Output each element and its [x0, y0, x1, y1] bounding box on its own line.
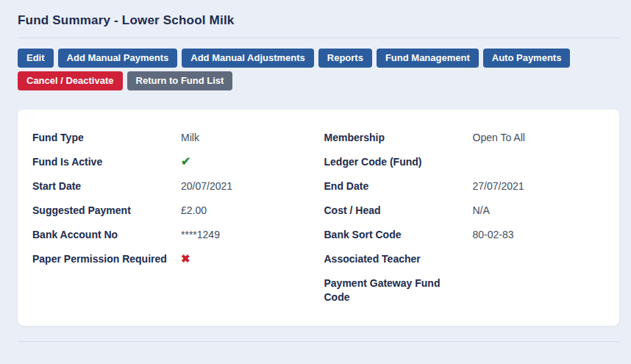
- add-manual-adjustments-button[interactable]: Add Manual Adjustments: [182, 49, 314, 68]
- field-label: Cost / Head: [324, 204, 473, 218]
- fund-summary-page: Fund Summary - Lower School Milk EditAdd…: [0, 0, 631, 342]
- return-to-fund-list-button[interactable]: Return to Fund List: [127, 71, 233, 90]
- field-label: Membership: [324, 131, 473, 145]
- field-label: Paper Permission Required: [32, 252, 181, 266]
- field-value: Open To All: [473, 131, 525, 145]
- fields-right: MembershipOpen To AllLedger Code (Fund)E…: [313, 126, 605, 310]
- field-row-cost-head: Cost / HeadN/A: [324, 199, 605, 223]
- field-label: Bank Account No: [32, 228, 181, 242]
- add-manual-payments-button[interactable]: Add Manual Payments: [58, 49, 178, 68]
- check-icon: ✔: [181, 155, 190, 168]
- field-value: 20/07/2021: [181, 179, 232, 193]
- field-value: N/A: [473, 204, 490, 218]
- field-value: 27/07/2021: [473, 179, 524, 193]
- field-label: Payment Gateway Fund Code: [324, 276, 473, 304]
- field-label: Fund Is Active: [32, 155, 181, 169]
- field-row-associated-teacher: Associated Teacher: [324, 247, 605, 271]
- fields-left: Fund TypeMilkFund Is Active✔Start Date20…: [32, 126, 313, 271]
- page-title: Fund Summary - Lower School Milk: [18, 13, 619, 28]
- field-row-fund-type: Fund TypeMilk: [32, 126, 313, 150]
- field-row-bank-sort-code: Bank Sort Code80-02-83: [324, 223, 605, 247]
- field-row-payment-gateway-fund-code: Payment Gateway Fund Code: [324, 271, 605, 310]
- field-row-start-date: Start Date20/07/2021: [32, 174, 313, 199]
- field-row-suggested-payment: Suggested Payment£2.00: [32, 199, 313, 223]
- footer-divider: [18, 341, 619, 342]
- field-label: Associated Teacher: [324, 252, 473, 266]
- edit-button[interactable]: Edit: [18, 49, 54, 68]
- field-row-ledger-code-fund: Ledger Code (Fund): [324, 150, 605, 174]
- toolbar: EditAdd Manual PaymentsAdd Manual Adjust…: [18, 49, 606, 90]
- field-row-paper-permission-required: Paper Permission Required✖: [32, 247, 313, 271]
- field-label: Start Date: [32, 179, 181, 193]
- field-value: ****1249: [181, 228, 220, 242]
- reports-button[interactable]: Reports: [318, 49, 372, 68]
- cancel-deactivate-button[interactable]: Cancel / Deactivate: [18, 71, 123, 90]
- field-row-fund-is-active: Fund Is Active✔: [32, 150, 313, 174]
- field-row-end-date: End Date27/07/2021: [324, 174, 605, 199]
- fund-management-button[interactable]: Fund Management: [377, 49, 479, 68]
- field-row-bank-account-no: Bank Account No****1249: [32, 223, 313, 247]
- title-divider: [18, 38, 619, 38]
- field-label: End Date: [324, 179, 473, 193]
- field-row-membership: MembershipOpen To All: [324, 126, 605, 150]
- field-value: 80-02-83: [473, 228, 514, 242]
- field-label: Ledger Code (Fund): [324, 155, 473, 169]
- field-label: Suggested Payment: [32, 204, 181, 218]
- fund-details-card: Fund TypeMilkFund Is Active✔Start Date20…: [18, 110, 619, 326]
- field-label: Fund Type: [32, 131, 181, 145]
- field-value: £2.00: [181, 204, 207, 218]
- auto-payments-button[interactable]: Auto Payments: [483, 49, 571, 68]
- field-value: Milk: [181, 131, 199, 145]
- cross-icon: ✖: [181, 252, 190, 265]
- field-label: Bank Sort Code: [324, 228, 473, 242]
